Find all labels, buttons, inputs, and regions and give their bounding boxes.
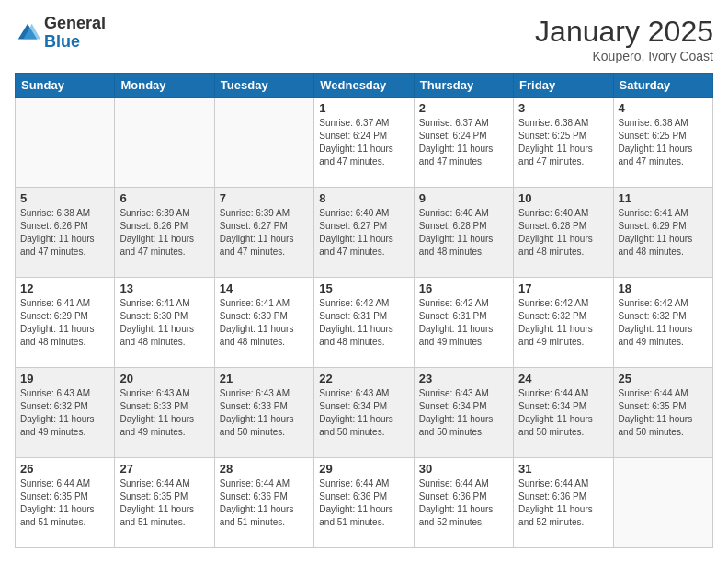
day-info: Sunrise: 6:37 AMSunset: 6:24 PMDaylight:… <box>319 117 408 168</box>
weekday-header-sunday: Sunday <box>16 74 115 98</box>
calendar-cell: 25Sunrise: 6:44 AMSunset: 6:35 PMDayligh… <box>613 368 712 458</box>
day-info: Sunrise: 6:44 AMSunset: 6:35 PMDaylight:… <box>619 387 708 439</box>
calendar-cell: 31Sunrise: 6:44 AMSunset: 6:36 PMDayligh… <box>514 458 613 548</box>
calendar-cell: 1Sunrise: 6:37 AMSunset: 6:24 PMDaylight… <box>314 98 414 188</box>
month-title: January 2025 <box>535 15 713 49</box>
calendar-cell: 26Sunrise: 6:44 AMSunset: 6:35 PMDayligh… <box>16 458 115 548</box>
calendar-cell: 2Sunrise: 6:37 AMSunset: 6:24 PMDaylight… <box>414 98 513 188</box>
day-info: Sunrise: 6:43 AMSunset: 6:32 PMDaylight:… <box>20 387 109 439</box>
calendar-cell: 7Sunrise: 6:39 AMSunset: 6:27 PMDaylight… <box>214 188 313 278</box>
day-info: Sunrise: 6:44 AMSunset: 6:36 PMDaylight:… <box>319 477 408 529</box>
page: General Blue January 2025 Koupero, Ivory… <box>0 0 728 563</box>
day-number: 21 <box>220 372 309 385</box>
day-number: 16 <box>419 282 508 295</box>
day-number: 5 <box>20 191 109 205</box>
day-number: 9 <box>419 191 508 205</box>
day-number: 25 <box>619 372 708 385</box>
day-info: Sunrise: 6:37 AMSunset: 6:24 PMDaylight:… <box>419 117 508 168</box>
header: General Blue January 2025 Koupero, Ivory… <box>15 15 713 63</box>
title-block: January 2025 Koupero, Ivory Coast <box>535 15 713 63</box>
week-row-1: 1Sunrise: 6:37 AMSunset: 6:24 PMDaylight… <box>16 98 713 188</box>
day-info: Sunrise: 6:44 AMSunset: 6:36 PMDaylight:… <box>518 477 608 529</box>
day-number: 2 <box>419 101 508 115</box>
calendar-cell: 20Sunrise: 6:43 AMSunset: 6:33 PMDayligh… <box>115 368 214 458</box>
calendar-cell: 13Sunrise: 6:41 AMSunset: 6:30 PMDayligh… <box>115 278 214 368</box>
calendar-cell: 16Sunrise: 6:42 AMSunset: 6:31 PMDayligh… <box>414 278 513 368</box>
calendar-cell: 11Sunrise: 6:41 AMSunset: 6:29 PMDayligh… <box>613 188 712 278</box>
calendar-cell: 15Sunrise: 6:42 AMSunset: 6:31 PMDayligh… <box>314 278 414 368</box>
calendar-cell: 28Sunrise: 6:44 AMSunset: 6:36 PMDayligh… <box>214 458 313 548</box>
calendar-cell: 21Sunrise: 6:43 AMSunset: 6:33 PMDayligh… <box>214 368 313 458</box>
day-number: 1 <box>319 101 408 115</box>
day-number: 4 <box>619 101 708 115</box>
day-number: 29 <box>319 462 408 476</box>
day-info: Sunrise: 6:41 AMSunset: 6:30 PMDaylight:… <box>220 297 309 349</box>
calendar-cell: 4Sunrise: 6:38 AMSunset: 6:25 PMDaylight… <box>613 98 712 188</box>
day-info: Sunrise: 6:42 AMSunset: 6:32 PMDaylight:… <box>518 297 608 349</box>
day-info: Sunrise: 6:38 AMSunset: 6:26 PMDaylight:… <box>20 207 109 259</box>
logo-blue: Blue <box>44 32 80 51</box>
weekday-header-thursday: Thursday <box>414 74 513 98</box>
day-number: 13 <box>119 282 209 295</box>
calendar-cell: 3Sunrise: 6:38 AMSunset: 6:25 PMDaylight… <box>514 98 613 188</box>
calendar-cell: 27Sunrise: 6:44 AMSunset: 6:35 PMDayligh… <box>115 458 214 548</box>
calendar-table: SundayMondayTuesdayWednesdayThursdayFrid… <box>15 73 713 548</box>
weekday-header-row: SundayMondayTuesdayWednesdayThursdayFrid… <box>16 74 713 98</box>
weekday-header-wednesday: Wednesday <box>314 74 414 98</box>
day-info: Sunrise: 6:44 AMSunset: 6:36 PMDaylight:… <box>419 477 508 529</box>
day-number: 20 <box>119 372 209 385</box>
calendar-cell: 8Sunrise: 6:40 AMSunset: 6:27 PMDaylight… <box>314 188 414 278</box>
day-number: 15 <box>319 282 408 295</box>
day-number: 7 <box>220 191 309 205</box>
day-info: Sunrise: 6:44 AMSunset: 6:35 PMDaylight:… <box>119 477 209 529</box>
day-info: Sunrise: 6:41 AMSunset: 6:29 PMDaylight:… <box>20 297 109 349</box>
day-number: 17 <box>518 282 608 295</box>
day-info: Sunrise: 6:38 AMSunset: 6:25 PMDaylight:… <box>518 117 608 168</box>
day-info: Sunrise: 6:40 AMSunset: 6:28 PMDaylight:… <box>518 207 608 259</box>
logo-general: General <box>44 14 106 32</box>
day-info: Sunrise: 6:44 AMSunset: 6:35 PMDaylight:… <box>20 477 109 529</box>
location: Koupero, Ivory Coast <box>535 49 713 63</box>
day-number: 31 <box>518 462 608 476</box>
calendar-cell: 22Sunrise: 6:43 AMSunset: 6:34 PMDayligh… <box>314 368 414 458</box>
day-info: Sunrise: 6:44 AMSunset: 6:36 PMDaylight:… <box>220 477 309 529</box>
day-info: Sunrise: 6:42 AMSunset: 6:32 PMDaylight:… <box>619 297 708 349</box>
calendar-cell: 12Sunrise: 6:41 AMSunset: 6:29 PMDayligh… <box>16 278 115 368</box>
day-info: Sunrise: 6:44 AMSunset: 6:34 PMDaylight:… <box>518 387 608 439</box>
calendar-cell <box>613 458 712 548</box>
day-info: Sunrise: 6:42 AMSunset: 6:31 PMDaylight:… <box>319 297 408 349</box>
weekday-header-friday: Friday <box>514 74 613 98</box>
day-info: Sunrise: 6:43 AMSunset: 6:33 PMDaylight:… <box>220 387 309 439</box>
calendar-cell: 29Sunrise: 6:44 AMSunset: 6:36 PMDayligh… <box>314 458 414 548</box>
logo: General Blue <box>15 15 106 52</box>
calendar-cell: 14Sunrise: 6:41 AMSunset: 6:30 PMDayligh… <box>214 278 313 368</box>
calendar-cell: 6Sunrise: 6:39 AMSunset: 6:26 PMDaylight… <box>115 188 214 278</box>
calendar-cell: 30Sunrise: 6:44 AMSunset: 6:36 PMDayligh… <box>414 458 513 548</box>
day-number: 10 <box>518 191 608 205</box>
week-row-4: 19Sunrise: 6:43 AMSunset: 6:32 PMDayligh… <box>16 368 713 458</box>
logo-text: General Blue <box>44 15 106 52</box>
day-number: 6 <box>119 191 209 205</box>
weekday-header-monday: Monday <box>115 74 214 98</box>
week-row-3: 12Sunrise: 6:41 AMSunset: 6:29 PMDayligh… <box>16 278 713 368</box>
weekday-header-saturday: Saturday <box>613 74 712 98</box>
calendar-cell: 23Sunrise: 6:43 AMSunset: 6:34 PMDayligh… <box>414 368 513 458</box>
calendar-cell: 5Sunrise: 6:38 AMSunset: 6:26 PMDaylight… <box>16 188 115 278</box>
calendar-cell <box>115 98 214 188</box>
day-number: 8 <box>319 191 408 205</box>
day-info: Sunrise: 6:42 AMSunset: 6:31 PMDaylight:… <box>419 297 508 349</box>
day-number: 28 <box>220 462 309 476</box>
day-info: Sunrise: 6:39 AMSunset: 6:26 PMDaylight:… <box>119 207 209 259</box>
calendar-cell <box>16 98 115 188</box>
calendar-cell: 17Sunrise: 6:42 AMSunset: 6:32 PMDayligh… <box>514 278 613 368</box>
calendar-cell: 18Sunrise: 6:42 AMSunset: 6:32 PMDayligh… <box>613 278 712 368</box>
calendar-cell: 10Sunrise: 6:40 AMSunset: 6:28 PMDayligh… <box>514 188 613 278</box>
calendar-cell: 24Sunrise: 6:44 AMSunset: 6:34 PMDayligh… <box>514 368 613 458</box>
day-number: 30 <box>419 462 508 476</box>
day-number: 14 <box>220 282 309 295</box>
day-info: Sunrise: 6:40 AMSunset: 6:28 PMDaylight:… <box>419 207 508 259</box>
day-info: Sunrise: 6:43 AMSunset: 6:34 PMDaylight:… <box>319 387 408 439</box>
day-number: 19 <box>20 372 109 385</box>
day-number: 11 <box>619 191 708 205</box>
day-number: 12 <box>20 282 109 295</box>
